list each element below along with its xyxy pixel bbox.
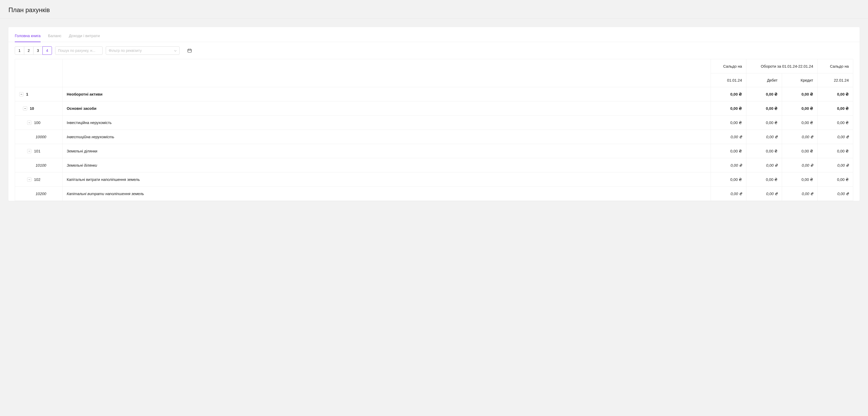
account-code: 10100: [15, 158, 62, 172]
calendar-button[interactable]: [187, 48, 192, 53]
amount-cell: 0,00 ₴: [782, 187, 818, 201]
ledger-table: Сальдо на Обороти за 01.01.24-22.01.24 С…: [15, 59, 853, 201]
account-code-text: 101: [34, 149, 40, 153]
account-code: 10200: [15, 187, 62, 201]
amount-cell: 0,00 ₴: [782, 144, 818, 158]
level-button-2[interactable]: 2: [24, 46, 33, 55]
header-start-date: 01.01.24: [711, 73, 746, 87]
amount-cell: 0,00 ₴: [746, 87, 782, 101]
page-title: План рахунків: [8, 6, 860, 14]
page-header: План рахунків: [0, 0, 868, 19]
account-code-text: 10200: [36, 192, 46, 196]
tab-0[interactable]: Головна книга: [15, 33, 41, 42]
amount-cell: 0,00 ₴: [818, 87, 853, 101]
search-input[interactable]: [55, 46, 102, 55]
collapse-icon[interactable]: −: [23, 106, 27, 111]
collapse-icon[interactable]: −: [27, 177, 31, 182]
account-name: Земельні ділянки: [62, 144, 711, 158]
account-name: Інвестиційна нерухомість: [62, 115, 711, 130]
amount-cell: 0,00 ₴: [746, 187, 782, 201]
account-code: −100: [15, 115, 62, 130]
level-button-4[interactable]: 4: [42, 46, 52, 55]
amount-cell: 0,00 ₴: [782, 115, 818, 130]
account-code-text: 10: [30, 106, 34, 111]
header-name: [62, 59, 711, 87]
amount-cell: 0,00 ₴: [746, 158, 782, 172]
account-name: Необоротні активи: [62, 87, 711, 101]
tabs: Головна книгаБалансДоходи і витрати: [8, 27, 860, 42]
amount-cell: 0,00 ₴: [746, 115, 782, 130]
account-code: −101: [15, 144, 62, 158]
svg-rect-0: [188, 49, 191, 53]
amount-cell: 0,00 ₴: [782, 172, 818, 187]
account-code: −102: [15, 172, 62, 187]
amount-cell: 0,00 ₴: [782, 158, 818, 172]
header-turnover: Обороти за 01.01.24-22.01.24: [746, 59, 818, 73]
header-debit: Дебет: [746, 73, 782, 87]
level-button-1[interactable]: 1: [15, 46, 24, 55]
ledger-card: Головна книгаБалансДоходи і витрати 1234…: [8, 27, 860, 201]
amount-cell: 0,00 ₴: [711, 101, 746, 115]
toolbar: 1234 Фільтр по реквізиту: [8, 42, 860, 59]
amount-cell: 0,00 ₴: [782, 130, 818, 144]
amount-cell: 0,00 ₴: [818, 187, 853, 201]
amount-cell: 0,00 ₴: [818, 130, 853, 144]
account-name: Капітальні витрати наполіпшення земель: [62, 172, 711, 187]
level-button-3[interactable]: 3: [33, 46, 43, 55]
amount-cell: 0,00 ₴: [711, 187, 746, 201]
table-row[interactable]: −1Необоротні активи0,00 ₴0,00 ₴0,00 ₴0,0…: [15, 87, 853, 101]
amount-cell: 0,00 ₴: [746, 101, 782, 115]
account-code: −10: [15, 101, 62, 115]
tab-1[interactable]: Баланс: [48, 33, 61, 42]
amount-cell: 0,00 ₴: [782, 101, 818, 115]
account-name: Основні засоби: [62, 101, 711, 115]
amount-cell: 0,00 ₴: [746, 172, 782, 187]
account-code-text: 10000: [36, 135, 46, 139]
amount-cell: 0,00 ₴: [782, 87, 818, 101]
account-code-text: 1: [26, 92, 28, 96]
filter-select[interactable]: Фільтр по реквізиту: [106, 46, 180, 55]
collapse-icon[interactable]: −: [27, 149, 31, 153]
amount-cell: 0,00 ₴: [711, 130, 746, 144]
header-balance-end: Сальдо на: [818, 59, 853, 73]
amount-cell: 0,00 ₴: [818, 158, 853, 172]
header-balance-start: Сальдо на: [711, 59, 746, 73]
amount-cell: 0,00 ₴: [711, 87, 746, 101]
account-code-text: 10100: [36, 163, 46, 168]
amount-cell: 0,00 ₴: [711, 158, 746, 172]
header-code: [15, 59, 62, 87]
header-end-date: 22.01.24: [818, 73, 853, 87]
account-code: 10000: [15, 130, 62, 144]
table-row[interactable]: −102Капітальні витрати наполіпшення земе…: [15, 172, 853, 187]
amount-cell: 0,00 ₴: [711, 115, 746, 130]
level-buttons: 1234: [15, 46, 52, 55]
tab-2[interactable]: Доходи і витрати: [69, 33, 100, 42]
header-credit: Кредит: [782, 73, 818, 87]
table-row[interactable]: −10Основні засоби0,00 ₴0,00 ₴0,00 ₴0,00 …: [15, 101, 853, 115]
collapse-icon[interactable]: −: [27, 120, 31, 125]
content-wrapper: Головна книгаБалансДоходи і витрати 1234…: [0, 19, 868, 209]
account-name: Земельні ділянки: [62, 158, 711, 172]
table-row[interactable]: −101Земельні ділянки0,00 ₴0,00 ₴0,00 ₴0,…: [15, 144, 853, 158]
filter-placeholder: Фільтр по реквізиту: [108, 48, 142, 53]
account-name: Капітальні витрати наполіпшення земель: [62, 187, 711, 201]
amount-cell: 0,00 ₴: [818, 115, 853, 130]
amount-cell: 0,00 ₴: [746, 144, 782, 158]
amount-cell: 0,00 ₴: [746, 130, 782, 144]
amount-cell: 0,00 ₴: [711, 172, 746, 187]
amount-cell: 0,00 ₴: [711, 144, 746, 158]
chevron-down-icon: [174, 49, 177, 53]
account-code-text: 100: [34, 120, 40, 125]
table-row[interactable]: −100Інвестиційна нерухомість0,00 ₴0,00 ₴…: [15, 115, 853, 130]
amount-cell: 0,00 ₴: [818, 144, 853, 158]
account-name: Інвестиційна нерухомість: [62, 130, 711, 144]
amount-cell: 0,00 ₴: [818, 172, 853, 187]
amount-cell: 0,00 ₴: [818, 101, 853, 115]
table-row[interactable]: 10200Капітальні витрати наполіпшення зем…: [15, 187, 853, 201]
table-row[interactable]: 10100Земельні ділянки0,00 ₴0,00 ₴0,00 ₴0…: [15, 158, 853, 172]
account-code-text: 102: [34, 177, 40, 182]
table-row[interactable]: 10000Інвестиційна нерухомість0,00 ₴0,00 …: [15, 130, 853, 144]
account-code: −1: [15, 87, 62, 101]
collapse-icon[interactable]: −: [19, 92, 24, 96]
